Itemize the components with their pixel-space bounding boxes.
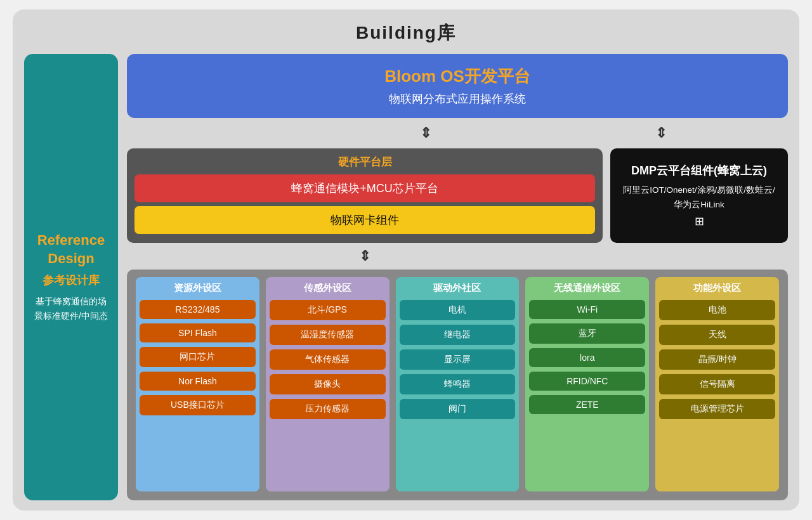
zone-wireless-title: 无线通信外设区 — [529, 282, 645, 294]
outer-container: Building库 Reference Design 参考设计库 基于蜂窝通信的… — [13, 10, 799, 510]
dmp-cloud: DMP云平台组件(蜂窝上云) 阿里云IOT/Onenet/涂鸦/易微联/数蛙云/… — [610, 148, 788, 243]
arrow-down-right: ⇕ — [572, 125, 750, 141]
zone-wireless-item-0: Wi-Fi — [529, 300, 645, 319]
hw-row2: 物联网卡组件 — [134, 206, 595, 234]
arrow-down-center: ⇕ — [359, 248, 370, 264]
zone-functions: 功能外设区 电池 天线 晶振/时钟 信号隔离 电源管理芯片 — [655, 277, 779, 491]
left-sidebar: Reference Design 参考设计库 基于蜂窝通信的场景标准硬件/中间态 — [24, 54, 118, 500]
zone-drivers: 驱动外社区 电机 继电器 显示屏 蜂鸣器 阀门 — [396, 277, 520, 491]
peripheral-container: 资源外设区 RS232/485 SPI Flash 网口芯片 Nor Flash… — [127, 270, 788, 500]
zone-sensors: 传感外设区 北斗/GPS 温湿度传感器 气体传感器 摄像头 压力传感器 — [266, 277, 390, 491]
zone-drivers-item-1: 继电器 — [400, 325, 516, 345]
zone-wireless: 无线通信外设区 Wi-Fi 蓝牙 lora RFID/NFC ZETE — [525, 277, 649, 491]
zone-wireless-item-1: 蓝牙 — [529, 323, 645, 344]
zone-sensors-item-0: 北斗/GPS — [270, 300, 386, 320]
right-main: Bloom OS开发平台 物联网分布式应用操作系统 ⇕ ⇕ 硬件平台层 蜂窝通信… — [127, 54, 788, 500]
hardware-title: 硬件平台层 — [134, 155, 595, 169]
zone-functions-item-2: 晶振/时钟 — [659, 349, 775, 370]
bloom-os-subtitle: 物联网分布式应用操作系统 — [140, 91, 775, 107]
zone-drivers-item-3: 蜂鸣器 — [400, 374, 516, 394]
zone-sensors-item-1: 温湿度传感器 — [270, 325, 386, 345]
zone-sensors-item-3: 摄像头 — [270, 374, 386, 394]
hw-row1: 蜂窝通信模块+MCU芯片平台 — [134, 174, 595, 202]
zone-sensors-item-4: 压力传感器 — [270, 399, 386, 419]
bloom-os-block: Bloom OS开发平台 物联网分布式应用操作系统 — [127, 54, 788, 118]
zone-functions-title: 功能外设区 — [659, 282, 775, 294]
dmp-plus: ⊞ — [695, 214, 704, 228]
arrow-row-1: ⇕ ⇕ — [127, 124, 788, 142]
building-title: Building库 — [24, 21, 788, 45]
dmp-title: DMP云平台组件(蜂窝上云) — [631, 163, 767, 178]
zone-drivers-item-4: 阀门 — [400, 399, 516, 419]
zone-wireless-item-4: ZETE — [529, 395, 645, 414]
arrow-down-left: ⇕ — [279, 125, 572, 141]
middle-row: 硬件平台层 蜂窝通信模块+MCU芯片平台 物联网卡组件 DMP云平台组件(蜂窝上… — [127, 148, 788, 243]
zone-resources-item-0: RS232/485 — [140, 300, 256, 319]
zone-resources-item-1: SPI Flash — [140, 323, 256, 342]
zone-wireless-item-2: lora — [529, 348, 645, 367]
ref-design-subtitle: 参考设计库 — [43, 273, 100, 288]
zone-resources-item-2: 网口芯片 — [140, 347, 256, 367]
ref-design-title: Reference Design — [37, 231, 105, 268]
bloom-os-title: Bloom OS开发平台 — [140, 65, 775, 88]
zone-functions-item-4: 电源管理芯片 — [659, 399, 775, 419]
zone-sensors-item-2: 气体传感器 — [270, 349, 386, 370]
main-layout: Reference Design 参考设计库 基于蜂窝通信的场景标准硬件/中间态… — [24, 54, 788, 500]
zone-resources: 资源外设区 RS232/485 SPI Flash 网口芯片 Nor Flash… — [136, 277, 259, 491]
zone-drivers-item-2: 显示屏 — [400, 349, 516, 370]
dmp-desc: 阿里云IOT/Onenet/涂鸦/易微联/数蛙云/华为云HiLink — [620, 183, 778, 212]
zone-drivers-item-0: 电机 — [400, 300, 516, 320]
zone-drivers-title: 驱动外社区 — [400, 282, 516, 294]
zone-sensors-title: 传感外设区 — [270, 282, 386, 294]
ref-design-desc: 基于蜂窝通信的场景标准硬件/中间态 — [32, 294, 110, 323]
zone-functions-item-1: 天线 — [659, 325, 775, 345]
arrow-row-2: ⇕ — [127, 249, 788, 263]
hardware-platform: 硬件平台层 蜂窝通信模块+MCU芯片平台 物联网卡组件 — [127, 148, 603, 243]
zone-wireless-item-3: RFID/NFC — [529, 372, 645, 391]
zone-resources-item-3: Nor Flash — [140, 372, 256, 391]
zone-resources-title: 资源外设区 — [140, 282, 256, 294]
zone-functions-item-0: 电池 — [659, 300, 775, 320]
peripheral-grid: 资源外设区 RS232/485 SPI Flash 网口芯片 Nor Flash… — [136, 277, 779, 491]
zone-resources-item-4: USB接口芯片 — [140, 395, 256, 415]
zone-functions-item-3: 信号隔离 — [659, 374, 775, 394]
